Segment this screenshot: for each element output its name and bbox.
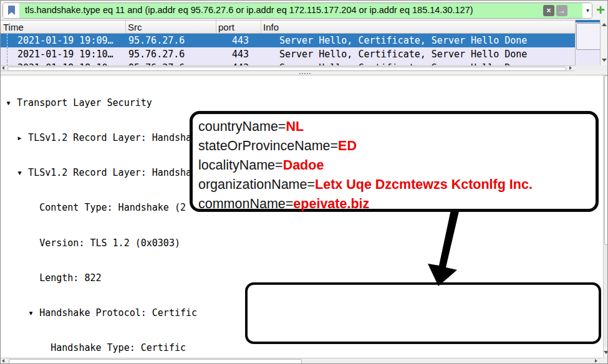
packet-row[interactable]: 2021-01-19 19:10… 95.76.27.6 443 Server … [1,47,575,61]
annotation-label: organizationName= [198,177,315,192]
scroll-down-button[interactable] [604,347,608,357]
packet-list-header: Time Src port Info [1,20,575,34]
column-separator[interactable] [261,21,261,33]
column-header-src[interactable]: Src [128,22,142,32]
wireshark-window: tls.handshake.type eq 11 and (ip.addr eq… [0,0,608,364]
filter-history-dropdown[interactable]: ▾ [582,3,592,18]
minimap-thumb[interactable] [576,23,601,50]
add-filter-button[interactable]: + [594,2,607,18]
annotation-line: commonName=epeivate.biz [198,194,533,214]
cell-info: Server Hello, Certificate, Server Hello … [279,35,527,46]
filter-field[interactable]: tls.handshake.type eq 11 and (ip.addr eq… [19,3,582,18]
vscrollbar-thumb[interactable] [604,75,608,245]
column-separator[interactable] [125,21,126,33]
clear-filter-button[interactable]: × [543,5,554,16]
splitter-grip-dot [309,73,311,74]
splitter-grip-dot [299,73,301,74]
annotation-value: ED [338,138,357,153]
scroll-right-icon[interactable] [569,66,572,70]
annotation-label: countryName= [198,119,286,134]
hscrollbar-thumb[interactable] [9,359,302,364]
splitter-grip-dot [304,73,306,74]
tree-row[interactable]: ▾ Transport Layer Security [6,97,602,109]
annotation-outline-box [245,282,601,344]
packet-list-vscrollbar[interactable] [600,20,608,65]
splitter-grip-dot [302,73,303,74]
annotation-label: localityName= [198,158,283,173]
annotation-label: commonName= [198,196,293,211]
annotation-callout-box: countryName=NL stateOrProvinceName=ED lo… [190,111,599,212]
packet-list-minimap-scrollbar[interactable] [575,20,600,65]
annotation-line: stateOrProvinceName=ED [198,136,533,156]
filter-query-text[interactable]: tls.handshake.type eq 11 and (ip.addr eq… [25,5,473,15]
related-packet-line [7,61,7,65]
annotation-line: countryName=NL [198,117,533,136]
minimap-selected-marker [576,20,601,22]
hscrollbar-thumb[interactable] [7,67,566,71]
scrollbar-corner [575,65,608,71]
scrollbar-corner [602,358,608,364]
annotation-label: stateOrProvinceName= [198,138,338,153]
bookmark-icon [8,6,15,15]
filter-bookmark-button[interactable] [3,3,20,18]
column-separator[interactable] [216,21,216,33]
column-header-time[interactable]: Time [3,22,24,32]
cell-info: Server Hello, Certificate, Server Hello … [279,49,527,60]
annotation-value: epeivate.biz [293,196,369,211]
apply-filter-button[interactable]: → [556,5,567,16]
cell-port: 443 [232,49,249,60]
related-packet-line [7,34,7,47]
cell-port: 443 [232,35,249,46]
related-packet-line [7,47,7,61]
cell-time: 2021-01-19 19:10… [17,49,113,60]
cell-time: 2021-01-19 19:09… [17,35,113,46]
scroll-left-icon[interactable] [2,66,4,70]
scroll-down-icon[interactable] [602,59,607,62]
tree-row[interactable]: Handshake Type: Certific [6,342,602,354]
annotation-value: Letx Uqe Dzcmtewzs Kctonlfg Inc. [315,177,533,192]
splitter-grip-dot [307,73,308,74]
scroll-right-icon[interactable] [595,359,597,363]
display-filter-input[interactable]: tls.handshake.type eq 11 and (ip.addr eq… [2,2,592,19]
tree-row[interactable]: Version: TLS 1.2 (0x0303) [6,237,602,249]
scroll-left-icon[interactable] [2,359,4,363]
scroll-down-icon [604,351,608,354]
packet-row-selected[interactable]: 2021-01-19 19:09… 95.76.27.6 443 Server … [1,34,575,47]
column-header-port[interactable]: port [218,22,234,32]
annotation-line: localityName=Dadoe [198,156,533,175]
column-header-info[interactable]: Info [263,22,279,32]
filter-toolbar: tls.handshake.type eq 11 and (ip.addr eq… [1,1,607,20]
annotation-line: organizationName=Letx Uqe Dzcmtewzs Kcto… [198,175,533,194]
scroll-up-icon[interactable] [602,23,607,26]
annotation-value: NL [286,119,304,134]
pane-splitter[interactable] [1,71,608,75]
details-hscrollbar[interactable] [1,358,602,364]
cell-src: 95.76.27.6 [128,49,185,60]
details-vscrollbar[interactable] [603,75,608,358]
cell-src: 95.76.27.6 [128,35,185,46]
packet-list-hscrollbar[interactable] [1,65,575,71]
packet-row[interactable]: 2021-01-19 19:10 95.76.27.6 443 Server H… [1,61,575,65]
annotation-text: countryName=NL stateOrProvinceName=ED lo… [198,117,533,214]
packet-list: 2021-01-19 19:09… 95.76.27.6 443 Server … [1,34,575,65]
annotation-value: Dadoe [283,158,324,173]
